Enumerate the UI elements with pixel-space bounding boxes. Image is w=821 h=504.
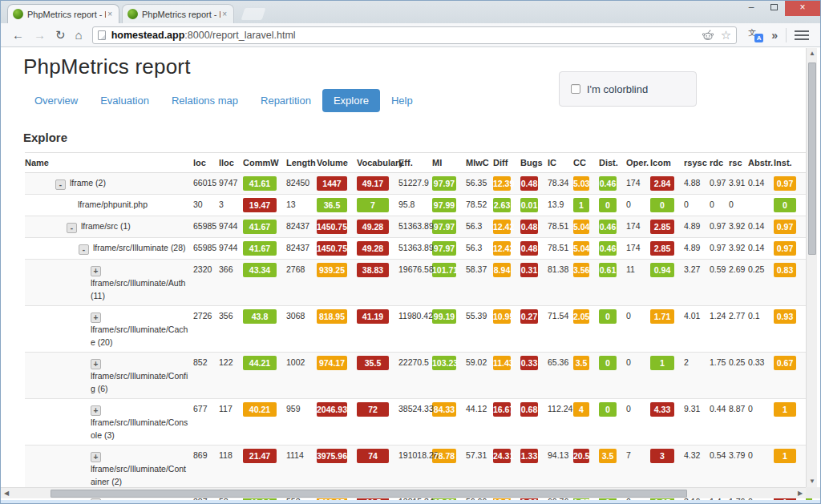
overflow-chevrons-icon[interactable]: » [771, 29, 778, 42]
back-button[interactable]: ← [12, 29, 24, 41]
metric-cell: 191018.28 [398, 446, 432, 492]
column-header-loc[interactable]: loc [193, 153, 219, 173]
expand-toggle[interactable]: + [91, 312, 101, 323]
vertical-scrollbar-thumb[interactable] [808, 62, 816, 255]
scroll-up-icon[interactable]: ▲ [807, 48, 818, 59]
column-header-rsysc[interactable]: rsysc [684, 153, 710, 173]
extension-snoo-icon[interactable] [702, 29, 714, 42]
address-bar[interactable]: homestead.app:8000/report_laravel.html ☆ [92, 26, 738, 44]
browser-tab[interactable]: PhpMetrics report - by Jea× [7, 4, 119, 23]
tab-close-icon[interactable]: × [106, 10, 114, 18]
metric-cell: 11980.42 [398, 306, 432, 353]
vertical-scrollbar[interactable]: ▲ ▼ [806, 48, 817, 487]
column-header-oper[interactable]: Oper. [626, 153, 650, 173]
colorblind-checkbox[interactable] [571, 84, 580, 94]
metric-badge: 0 [599, 198, 617, 212]
minimize-button[interactable]: – [740, 1, 762, 16]
horizontal-scrollbar[interactable]: ◀ ▶ [1, 487, 806, 498]
reload-button[interactable]: ↻ [55, 29, 66, 41]
metric-badge: 0 [774, 198, 796, 212]
tab-overview[interactable]: Overview [23, 89, 89, 112]
tab-close-icon[interactable]: × [220, 10, 229, 18]
column-header-name[interactable]: Name [25, 153, 193, 173]
metric-cell: 8.94 [493, 260, 520, 306]
metric-cell: 0.14 [748, 238, 774, 260]
metric-badge: 19.47 [243, 198, 277, 212]
metric-cell: 0 [626, 195, 650, 216]
forward-button[interactable]: → [34, 29, 46, 41]
table-row: +lframe/src/Illuminate/Auth (11)23203664… [25, 260, 812, 306]
metric-badge: 0.97 [774, 220, 796, 234]
metric-cell: 78.34 [548, 173, 573, 195]
tab-explore[interactable]: Explore [322, 89, 380, 112]
column-header-bugs[interactable]: Bugs [520, 153, 548, 173]
metric-cell: 97.97 [432, 173, 466, 195]
browser-window: PhpMetrics report - by Jea×PhpMetrics re… [0, 0, 821, 504]
collapse-toggle[interactable]: - [55, 179, 66, 190]
bookmark-star-icon[interactable]: ☆ [721, 29, 731, 41]
tab-repartition[interactable]: Repartition [249, 89, 322, 112]
column-header-vocabulary[interactable]: Vocabulary [357, 153, 398, 173]
tab-evaluation[interactable]: Evaluation [89, 89, 160, 112]
tab-relations-map[interactable]: Relations map [160, 89, 249, 112]
expand-toggle[interactable]: + [91, 452, 101, 462]
close-button[interactable]: × [785, 1, 820, 16]
column-header-commw[interactable]: CommW [243, 153, 286, 173]
expand-toggle[interactable]: + [91, 405, 101, 416]
metric-badge: 10.95 [493, 309, 511, 324]
table-row: -lframe/src (1)65985974441.67824371450.7… [25, 216, 812, 238]
home-button[interactable]: ⌂ [75, 29, 83, 41]
scroll-left-icon[interactable]: ◀ [1, 488, 12, 499]
column-header-abstr[interactable]: Abstr. [748, 153, 774, 173]
column-header-miwc[interactable]: MIwC [466, 153, 493, 173]
new-tab-button[interactable] [241, 8, 266, 20]
column-header-mi[interactable]: MI [432, 153, 466, 173]
scroll-right-icon[interactable]: ▶ [795, 488, 806, 499]
metric-cell: 3.27 [684, 260, 710, 306]
column-header-rdc[interactable]: rdc [710, 153, 729, 173]
url-text: homestead.app:8000/report_laravel.html [111, 30, 695, 41]
metric-badge: 97.97 [432, 241, 456, 256]
translate-icon[interactable]: 文 A [748, 28, 763, 42]
scroll-down-icon[interactable]: ▼ [807, 476, 818, 487]
column-header-length[interactable]: Length [286, 153, 317, 173]
column-header-cc[interactable]: CC [573, 153, 599, 173]
section-title: Explore [23, 131, 820, 144]
metric-cell: 0 [626, 353, 650, 399]
column-header-inst[interactable]: Inst. [774, 153, 806, 173]
metric-badge: 0.67 [774, 356, 796, 370]
collapse-toggle[interactable]: - [67, 223, 77, 233]
expand-toggle[interactable]: + [91, 266, 101, 276]
metric-badge: 84.33 [432, 402, 456, 417]
metric-cell: 0 [710, 195, 729, 216]
column-header-rsc[interactable]: rsc [729, 153, 748, 173]
metric-cell: 0.14 [748, 216, 774, 238]
horizontal-scrollbar-thumb[interactable] [51, 490, 687, 498]
metric-cell: 40.21 [243, 399, 286, 446]
collapse-toggle[interactable]: - [79, 244, 89, 255]
column-header-icom[interactable]: Icom [650, 153, 684, 173]
metric-cell: 3 [650, 446, 684, 492]
expand-toggle[interactable]: + [91, 359, 101, 369]
browser-tab[interactable]: PhpMetrics report - by Jea× [122, 4, 234, 23]
column-header-lloc[interactable]: lloc [219, 153, 243, 173]
metric-cell: 84.33 [432, 399, 466, 446]
metric-cell: 97.97 [432, 216, 466, 238]
column-header-dist[interactable]: Dist. [599, 153, 626, 173]
column-header-ic[interactable]: IC [548, 153, 573, 173]
maximize-button[interactable] [762, 1, 785, 16]
menu-icon[interactable] [795, 28, 809, 42]
metric-cell: 51363.89 [398, 238, 432, 260]
metric-cell: 1.33 [520, 446, 548, 492]
tab-title: PhpMetrics report - by Jea [142, 10, 220, 19]
metric-cell: 2.63 [493, 195, 520, 216]
header-row: NamelocllocCommWLengthVolumeVocabularyEf… [25, 153, 812, 173]
column-header-volume[interactable]: Volume [317, 153, 357, 173]
metric-cell: 12.42 [493, 216, 520, 238]
column-header-diff[interactable]: Diff [493, 153, 520, 173]
tab-help[interactable]: Help [380, 89, 424, 112]
metric-badge: 11.43 [493, 356, 511, 370]
row-name: lframe/src/Illuminate/Auth [91, 278, 185, 288]
row-name: lframe/phpunit.php [78, 200, 148, 209]
column-header-eff[interactable]: Eff. [398, 153, 432, 173]
